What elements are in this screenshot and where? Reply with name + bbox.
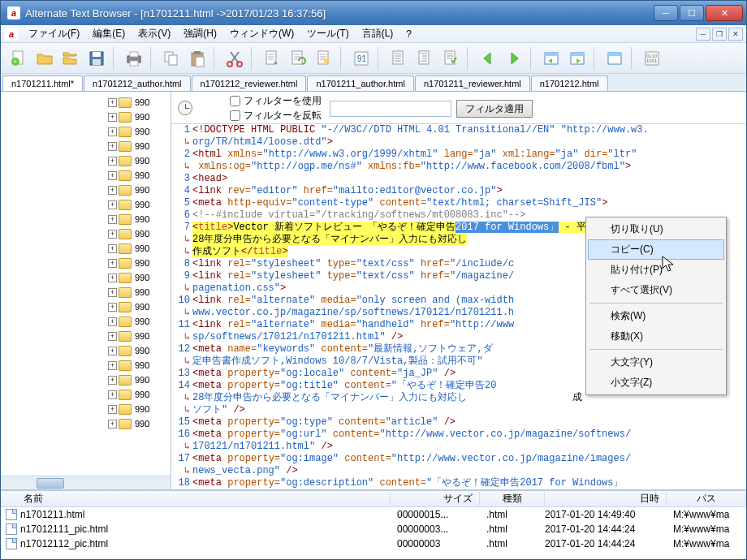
tree-node[interactable]: +990 — [2, 153, 169, 168]
col-path[interactable]: パス — [667, 492, 746, 506]
menu-window[interactable]: ウィンドウ(W) — [223, 25, 300, 42]
menu-tool[interactable]: ツール(T) — [300, 25, 355, 42]
tree-h-scrollbar[interactable] — [1, 476, 171, 489]
filter-invert-checkbox[interactable]: フィルターを反転 — [230, 109, 322, 123]
col-date[interactable]: 日時 — [545, 492, 667, 506]
tree-node[interactable]: +990 — [2, 285, 169, 299]
close-button[interactable]: ✕ — [706, 5, 743, 21]
new-file-icon[interactable]: + — [7, 47, 30, 70]
file-row[interactable]: n17012111_pic.html00000003....html2017-0… — [1, 522, 746, 536]
menu-file[interactable]: ファイル(F) — [22, 25, 86, 42]
svg-text:+: + — [13, 58, 17, 66]
tree-node[interactable]: +990 — [2, 241, 169, 256]
window-right-icon[interactable] — [566, 47, 589, 70]
col-size[interactable]: サイズ — [391, 492, 480, 506]
copy-icon[interactable] — [160, 47, 183, 70]
doc-star-icon[interactable] — [313, 47, 335, 70]
minimize-button[interactable]: ─ — [654, 5, 678, 21]
tree-node[interactable]: +990 — [2, 110, 169, 124]
tab-1[interactable]: n1701212_author.html — [84, 75, 190, 91]
arrow-right-icon[interactable] — [503, 47, 525, 70]
ctx-paste[interactable]: 貼り付け(P) — [588, 260, 724, 280]
open-folder-multi-icon[interactable] — [59, 47, 82, 70]
mdi-close-button[interactable]: ✕ — [728, 28, 743, 41]
doc-refresh-icon[interactable] — [287, 47, 309, 70]
tree-node[interactable]: +990 — [2, 343, 169, 358]
save-icon[interactable] — [85, 47, 108, 70]
tree-node[interactable]: +990 — [2, 197, 169, 212]
window-plain-icon[interactable] — [603, 47, 626, 70]
tree-node[interactable]: +990 — [2, 95, 169, 110]
doc-arrow-icon[interactable] — [261, 47, 283, 70]
list-check-icon[interactable] — [439, 47, 462, 70]
arrow-left-icon[interactable] — [477, 47, 499, 70]
svg-rect-7 — [130, 52, 138, 57]
tree-node[interactable]: +990 — [2, 299, 169, 314]
menu-help[interactable]: ? — [399, 27, 418, 41]
tree-node[interactable]: +990 — [2, 358, 169, 373]
svg-rect-5 — [93, 59, 101, 65]
ctx-upper[interactable]: 大文字(Y) — [588, 352, 724, 373]
menu-emphasis[interactable]: 強調(H) — [177, 25, 223, 42]
menu-view[interactable]: 表示(V) — [132, 25, 177, 42]
tab-5[interactable]: n1701212.html — [531, 75, 608, 91]
tab-3[interactable]: n1701211_author.html — [307, 75, 413, 91]
mdi-restore-button[interactable]: ❐ — [712, 28, 727, 41]
svg-rect-4 — [93, 52, 101, 57]
tree-node[interactable]: +990 — [2, 183, 169, 197]
tab-4[interactable]: n1701211_reviewer.html — [415, 75, 530, 91]
ctx-search[interactable]: 検索(W) — [588, 306, 724, 326]
svg-point-14 — [227, 62, 232, 67]
folder-tree-pane[interactable]: +990+990+990+990+990+990+990+990+990+990… — [1, 92, 171, 489]
ctx-cut[interactable]: 切り取り(U) — [588, 219, 724, 239]
tab-bar: n1701211.html* n1701212_author.html n170… — [1, 74, 746, 92]
svg-rect-27 — [571, 53, 584, 56]
window-title: Alternate Text Browser - [n1701211.html … — [25, 7, 654, 19]
number-box-icon[interactable]: 91 — [350, 47, 373, 70]
tab-0[interactable]: n1701211.html* — [2, 75, 83, 91]
tree-node[interactable]: +990 — [2, 416, 169, 431]
file-list-header[interactable]: 名前 サイズ 種類 日時 パス — [1, 491, 746, 507]
ctx-move[interactable]: 移動(X) — [588, 326, 724, 347]
col-name[interactable]: 名前 — [1, 492, 391, 506]
tree-node[interactable]: +990 — [2, 270, 169, 285]
list-doc-icon[interactable] — [387, 47, 410, 70]
window-left-icon[interactable] — [540, 47, 563, 70]
paste-icon[interactable] — [186, 47, 209, 70]
menu-lang[interactable]: 言語(L) — [356, 25, 400, 42]
filter-input[interactable] — [330, 101, 451, 117]
file-row[interactable]: n1701211.html00000015....html2017-01-20 … — [1, 507, 746, 522]
mdi-minimize-button[interactable]: ─ — [696, 28, 710, 41]
tree-node[interactable]: +990 — [2, 387, 169, 402]
svg-text:91: 91 — [357, 54, 367, 63]
tree-node[interactable]: +990 — [2, 139, 169, 153]
col-type[interactable]: 種類 — [480, 492, 545, 506]
open-folder-icon[interactable] — [33, 47, 56, 70]
list-indent-icon[interactable] — [413, 47, 436, 70]
tree-node[interactable]: +990 — [2, 212, 169, 226]
tree-node[interactable]: +990 — [2, 226, 169, 241]
tree-node[interactable]: +990 — [2, 329, 169, 343]
menu-edit[interactable]: 編集(E) — [86, 25, 132, 42]
tab-2[interactable]: n1701212_reviewer.html — [192, 75, 307, 91]
titlebar[interactable]: a Alternate Text Browser - [n1701211.htm… — [1, 1, 746, 25]
print-icon[interactable] — [123, 47, 145, 70]
tree-node[interactable]: +990 — [2, 124, 169, 139]
filter-apply-button[interactable]: フィルタ適用 — [456, 100, 533, 118]
cut-icon[interactable] — [223, 47, 246, 70]
tree-node[interactable]: +990 — [2, 168, 169, 183]
tree-node[interactable]: +990 — [2, 314, 169, 329]
ctx-selectall[interactable]: すべて選択(V) — [588, 280, 724, 300]
maximize-button[interactable]: ☐ — [680, 5, 704, 21]
ctx-copy[interactable]: コピー(C) — [588, 239, 724, 260]
tree-node[interactable]: +990 — [2, 373, 169, 387]
ctx-lower[interactable]: 小文字(Z) — [588, 373, 724, 393]
svg-rect-13 — [196, 57, 204, 67]
tree-node[interactable]: +990 — [2, 256, 169, 270]
file-list-pane: 名前 サイズ 種類 日時 パス n1701211.html00000015...… — [1, 489, 746, 559]
tree-node[interactable]: +990 — [2, 402, 169, 416]
binary-icon[interactable]: 01101001 — [641, 47, 663, 70]
file-row[interactable]: n17012112_pic.html00000003.html2017-01-2… — [1, 536, 746, 551]
svg-rect-25 — [545, 53, 558, 56]
filter-use-checkbox[interactable]: フィルターを使用 — [230, 94, 322, 108]
